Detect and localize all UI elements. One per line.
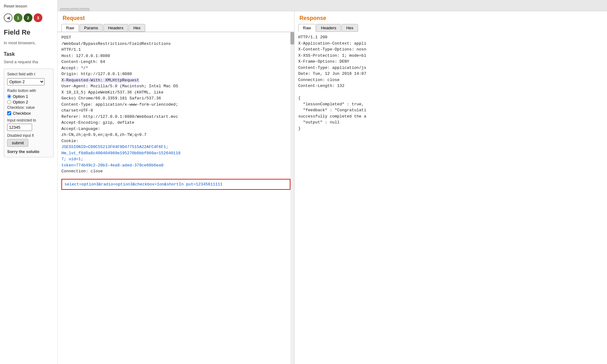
request-tabs: Raw Params Headers Hex — [58, 24, 294, 32]
checkbox-item[interactable]: Checkbox — [7, 111, 50, 116]
request-tab-hex[interactable]: Hex — [129, 24, 145, 32]
scrollbar-thumb[interactable] — [290, 32, 294, 45]
radio-option-2[interactable]: Option 2 — [7, 100, 50, 104]
top-tab-2[interactable] — [70, 8, 79, 11]
scrollbar-track[interactable] — [290, 32, 294, 364]
response-tab-raw[interactable]: Raw — [298, 24, 316, 32]
back-arrow-btn[interactable]: ◀ — [4, 13, 12, 22]
top-tab-bar — [58, 0, 607, 11]
request-line-xrw: X-Requested-With: XMLHttpRequest — [61, 78, 139, 83]
task-description: Send a request tha — [4, 60, 54, 64]
checkbox-input[interactable] — [7, 111, 11, 115]
step-1-circle[interactable]: 1 — [14, 13, 22, 22]
response-tab-hex[interactable]: Hex — [342, 24, 358, 32]
disabled-label: Disabled input fi — [7, 133, 50, 138]
checkbox-label: Checkbox: value — [7, 105, 50, 110]
response-title: Response — [294, 11, 607, 24]
request-line-cookie: JSESSIONID=CD0C55213F04F9D477515A22AFC4F… — [61, 145, 180, 168]
radio-option-1-label: Option 1 — [13, 94, 28, 99]
request-line-post: POST /WebGoat/BypassRestrictions/FieldRe… — [61, 35, 171, 76]
submit-button[interactable]: submit — [7, 139, 28, 147]
top-tab-3[interactable] — [80, 8, 89, 11]
request-body[interactable]: POST /WebGoat/BypassRestrictions/FieldRe… — [58, 32, 294, 364]
request-panel: Request Raw Params Headers Hex POST /Web… — [58, 11, 294, 364]
request-tab-headers[interactable]: Headers — [103, 24, 128, 32]
response-tabs: Raw Headers Hex — [294, 24, 607, 32]
nav-arrows: ◀ 1 2 3 — [4, 13, 54, 22]
request-title: Request — [58, 11, 294, 24]
radio-input-1[interactable] — [7, 94, 11, 98]
input-label: Input restricted to — [7, 118, 50, 122]
response-tab-headers[interactable]: Headers — [316, 24, 341, 32]
select-field[interactable]: Option 2 Option 1 Option 3 — [7, 78, 45, 85]
top-tab-1[interactable] — [60, 8, 69, 11]
radio-option-2-label: Option 2 — [13, 100, 28, 104]
panels: Request Raw Params Headers Hex POST /Web… — [58, 11, 607, 364]
request-tab-params[interactable]: Params — [79, 24, 103, 32]
step-2-circle[interactable]: 2 — [24, 13, 32, 22]
form-section: Select field with t Option 2 Option 1 Op… — [4, 69, 54, 157]
sidebar: Reset lesson ◀ 1 2 3 Field Re In most br… — [0, 0, 58, 364]
request-line-ua: User-Agent: Mozilla/5.0 (Macintosh; Inte… — [61, 84, 178, 143]
sorry-text: Sorry the solutio — [7, 149, 50, 154]
radio-option-1[interactable]: Option 1 — [7, 94, 50, 99]
reset-lesson-link[interactable]: Reset lesson — [4, 4, 54, 8]
checkbox-text: Checkbox — [13, 111, 31, 116]
step-3-circle[interactable]: 3 — [34, 13, 42, 22]
select-label: Select field with t — [7, 72, 50, 76]
response-header-lines: HTTP/1.1 200 X-Application-Context: appl… — [298, 35, 366, 88]
page-description: In most browsers, — [4, 40, 54, 46]
request-text: POST /WebGoat/BypassRestrictions/FieldRe… — [58, 32, 294, 177]
radio-label: Radio button with — [7, 89, 50, 93]
response-json: { "lessonCompleted" : true, "feedback" :… — [298, 96, 366, 131]
short-input[interactable] — [7, 124, 32, 131]
response-body[interactable]: HTTP/1.1 200 X-Application-Context: appl… — [294, 32, 607, 364]
main-content: Request Raw Params Headers Hex POST /Web… — [58, 0, 607, 364]
task-heading: Task — [4, 51, 54, 57]
page-title: Field Re — [4, 28, 54, 36]
response-panel: Response Raw Headers Hex HTTP/1.1 200 X-… — [294, 11, 607, 364]
request-line-connection: Connection: close — [61, 169, 103, 174]
request-tab-raw[interactable]: Raw — [61, 24, 79, 32]
request-highlighted-payload: select=option3&radio=option3&checkbox=1o… — [61, 179, 290, 190]
radio-input-2[interactable] — [7, 100, 11, 104]
